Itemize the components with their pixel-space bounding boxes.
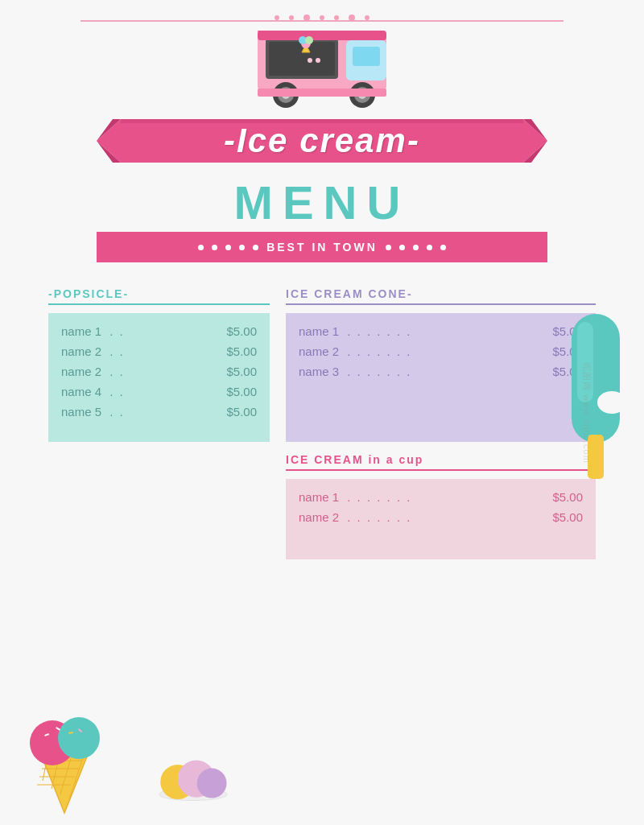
right-column: ICE CREAM CONE- name 1 . . . . . . . $5.… (286, 286, 596, 559)
item-price: $5.00 (226, 324, 257, 338)
list-item: name 2 . . $5.00 (61, 365, 257, 378)
item-name: name 1 (299, 490, 339, 504)
svg-rect-2 (353, 47, 380, 66)
cone-items-box: name 1 . . . . . . . $5.00 name 2 . . . … (286, 313, 596, 442)
list-item: name 4 . . $5.00 (61, 385, 257, 398)
list-item: name 1 . . . . . . . $5.00 (299, 324, 583, 338)
bar-dot (225, 245, 231, 250)
svg-point-22 (316, 58, 320, 63)
item-name: name 3 (299, 365, 339, 378)
item-name: name 1 (299, 324, 339, 338)
bar-dot (427, 245, 432, 250)
cup-section-header: ICE CREAM in a cup (286, 452, 596, 471)
item-dots: . . . . . . . (342, 365, 549, 378)
item-price: $5.00 (226, 385, 257, 398)
bar-dot (399, 245, 405, 250)
item-dots: . . (105, 324, 223, 338)
item-dots: . . . . . . . (342, 490, 549, 504)
item-price: $5.00 (226, 365, 257, 378)
item-price: $5.00 (226, 344, 257, 358)
bar-dot (212, 245, 217, 250)
item-name: name 5 (61, 405, 101, 419)
item-dots: . . (105, 385, 223, 398)
item-dots: . . (105, 405, 223, 419)
cup-items-box: name 1 . . . . . . . $5.00 name 2 . . . … (286, 479, 596, 559)
tagline-text: BEST IN TOWN (266, 241, 378, 254)
item-dots: . . (105, 365, 223, 378)
svg-point-53 (197, 769, 227, 798)
ribbon-banner: -Ice cream- (97, 113, 547, 169)
popsicle-section-header: -POPSICLE- (48, 286, 270, 305)
bar-dot (386, 245, 391, 250)
bar-dot (413, 245, 419, 250)
item-price: $5.00 (226, 405, 257, 419)
popsicle-items-box: name 1 . . $5.00 name 2 . . $5.00 name 2… (48, 313, 270, 442)
list-item: name 2 . . . . . . . $5.00 (299, 344, 583, 358)
list-item: name 2 . . $5.00 (61, 344, 257, 358)
cone-illustration (16, 688, 113, 817)
item-name: name 2 (299, 344, 339, 358)
list-item: name 1 . . . . . . . $5.00 (299, 490, 583, 504)
svg-rect-20 (258, 89, 386, 97)
cone-section-header: ICE CREAM CONE- (286, 286, 596, 305)
truck-illustration (242, 8, 402, 113)
svg-point-45 (58, 717, 100, 759)
menu-sections: -POPSICLE- name 1 . . $5.00 name 2 . . $… (48, 286, 596, 559)
bar-dot (239, 245, 245, 250)
scoops-illustration (153, 732, 233, 813)
bar-dot (198, 245, 204, 250)
cone-section: ICE CREAM CONE- name 1 . . . . . . . $5.… (286, 286, 596, 442)
cup-section: ICE CREAM in a cup name 1 . . . . . . . … (286, 452, 596, 559)
item-price: $5.00 (552, 510, 583, 524)
list-item: name 3 . . . . . . . $5.00 (299, 365, 583, 378)
item-dots: . . . . . . . (342, 324, 549, 338)
bar-dot (253, 245, 258, 250)
list-item: name 2 . . . . . . . $5.00 (299, 510, 583, 524)
svg-point-26 (305, 36, 313, 44)
banner-title: -Ice cream- (224, 122, 420, 160)
list-item: name 1 . . $5.00 (61, 324, 257, 338)
best-in-town-bar: BEST IN TOWN (97, 232, 547, 262)
popsicle-illustration (559, 306, 632, 467)
item-name: name 2 (61, 344, 101, 358)
item-dots: . . . . . . . (342, 510, 549, 524)
item-dots: . . . . . . . (342, 344, 549, 358)
watermark: 昵图网 www.nipic.com (581, 362, 593, 464)
svg-point-21 (308, 58, 312, 63)
svg-point-57 (597, 391, 626, 414)
page: -Ice cream- MENU BEST IN TOWN -POPSICLE-… (0, 0, 644, 825)
item-name: name 2 (299, 510, 339, 524)
svg-rect-4 (269, 42, 335, 76)
item-name: name 1 (61, 324, 101, 338)
item-name: name 4 (61, 385, 101, 398)
list-item: name 5 . . $5.00 (61, 405, 257, 419)
menu-title: MENU (234, 175, 411, 229)
item-dots: . . (105, 344, 223, 358)
item-name: name 2 (61, 365, 101, 378)
item-price: $5.00 (552, 490, 583, 504)
popsicle-section: -POPSICLE- name 1 . . $5.00 name 2 . . $… (48, 286, 270, 559)
bar-dot (440, 245, 446, 250)
